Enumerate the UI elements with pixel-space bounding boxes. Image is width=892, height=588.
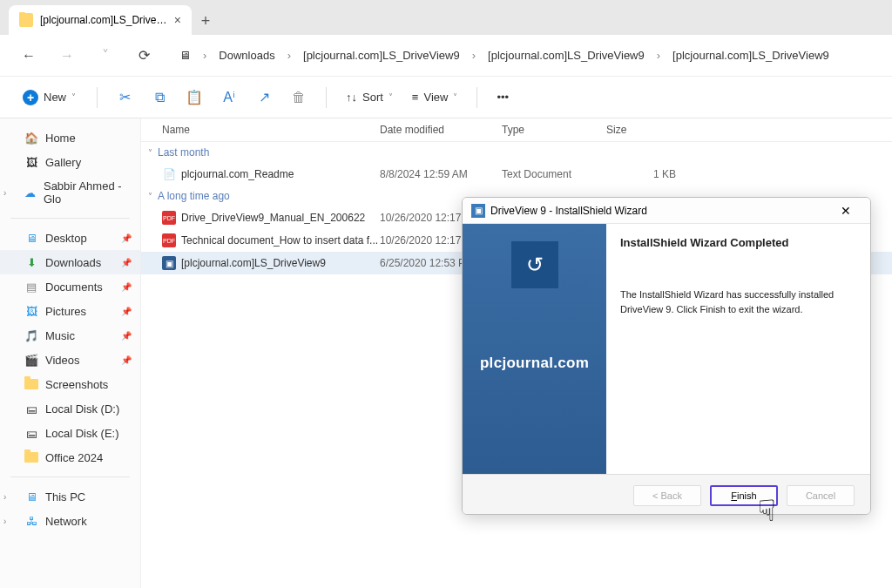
sidebar-pictures[interactable]: 🖼Pictures📌 — [0, 299, 140, 323]
more-button[interactable]: ••• — [490, 87, 516, 107]
documents-icon: ▤ — [24, 280, 38, 294]
col-date[interactable]: Date modified — [380, 124, 502, 136]
file-row[interactable]: 📄plcjournal.com_Readme 8/8/2024 12:59 AM… — [141, 163, 892, 186]
view-icon: ≡ — [412, 91, 419, 104]
back-button[interactable]: < Back — [633, 485, 701, 506]
text-file-icon: 📄 — [162, 167, 176, 181]
view-button[interactable]: ≡ View ˅ — [405, 87, 465, 107]
tab-bar: [plcjournal.com]LS_DriveView9 × + — [0, 0, 892, 35]
separator — [10, 218, 130, 219]
nav-bar: ← → ˅ ⟳ 🖥 › Downloads › [plcjournal.com]… — [0, 35, 892, 77]
forward-button[interactable]: → — [56, 44, 78, 67]
group-last-month[interactable]: ˅ Last month — [141, 142, 892, 163]
chevron-right-icon: › — [203, 49, 206, 62]
plus-icon: + — [23, 90, 38, 105]
col-type[interactable]: Type — [502, 124, 606, 136]
sidebar-label: Videos — [45, 354, 80, 367]
file-date: 8/8/2024 12:59 AM — [380, 168, 502, 180]
sidebar-videos[interactable]: 🎬Videos📌 — [0, 348, 140, 372]
pin-icon: 📌 — [121, 282, 132, 292]
dialog-heading: InstallShield Wizard Completed — [620, 236, 856, 249]
up-button[interactable]: ˅ — [94, 44, 117, 67]
app-icon: ▣ — [162, 256, 176, 270]
sidebar-label: Network — [45, 515, 87, 528]
sidebar-music[interactable]: 🎵Music📌 — [0, 323, 140, 348]
copy-icon[interactable]: ⧉ — [145, 83, 174, 112]
crumb-folder3[interactable]: [plcjournal.com]LS_DriveView9 — [672, 49, 829, 62]
sidebar-label: Documents — [45, 280, 103, 294]
dialog-content: InstallShield Wizard Completed The Insta… — [606, 224, 870, 474]
sidebar-downloads[interactable]: ⬇Downloads📌 — [0, 250, 140, 274]
explorer-tab[interactable]: [plcjournal.com]LS_DriveView9 × — [9, 5, 192, 35]
sidebar-label: Pictures — [45, 305, 86, 318]
separator — [476, 87, 477, 108]
sidebar-label: Desktop — [45, 232, 87, 245]
separator — [326, 87, 327, 108]
watermark-text: plcjournal.com — [480, 355, 589, 372]
dialog-body: ↺ plcjournal.com InstallShield Wizard Co… — [463, 224, 870, 474]
new-tab-button[interactable]: + — [192, 7, 220, 35]
file-type: Text Document — [502, 168, 606, 180]
chevron-down-icon: ˅ — [389, 92, 393, 102]
cancel-button[interactable]: Cancel — [787, 485, 855, 506]
close-icon[interactable]: ✕ — [830, 204, 862, 218]
crumb-folder1[interactable]: [plcjournal.com]LS_DriveView9 — [303, 49, 460, 62]
separator — [97, 87, 98, 108]
chevron-right-icon: › — [472, 49, 476, 62]
gallery-icon: 🖼 — [24, 155, 38, 169]
sidebar-screenshots[interactable]: Screenshots — [0, 372, 140, 396]
sort-button[interactable]: ↑↓ Sort ˅ — [339, 87, 400, 107]
sidebar-documents[interactable]: ▤Documents📌 — [0, 274, 140, 299]
dialog-titlebar[interactable]: ▣ DriveView 9 - InstallShield Wizard ✕ — [463, 198, 870, 224]
sidebar-office[interactable]: Office 2024 — [0, 445, 140, 470]
chevron-down-icon: ˅ — [148, 148, 152, 158]
paste-icon[interactable]: 📋 — [179, 83, 209, 112]
col-size[interactable]: Size — [606, 124, 676, 136]
close-tab-icon[interactable]: × — [174, 13, 181, 27]
file-name: [plcjournal.com]LS_DriveView9 — [181, 257, 326, 269]
sidebar-local-e[interactable]: 🖴Local Disk (E:) — [0, 421, 140, 445]
group-label: Last month — [158, 146, 209, 159]
folder-icon — [24, 377, 38, 391]
home-icon: 🏠 — [24, 131, 38, 145]
pin-icon: 📌 — [121, 233, 132, 243]
sidebar-label: Screenshots — [45, 378, 108, 391]
sidebar: 🏠 Home 🖼 Gallery › ☁ Sabbir Ahmed - Glo … — [0, 118, 141, 588]
desktop-icon: 🖥 — [24, 231, 38, 245]
cut-icon[interactable]: ✂ — [110, 83, 139, 112]
rename-icon[interactable]: Aⁱ — [214, 83, 244, 112]
sidebar-thispc[interactable]: ›🖥This PC — [0, 484, 140, 509]
crumb-downloads[interactable]: Downloads — [219, 49, 274, 62]
sidebar-label: Gallery — [45, 156, 81, 169]
back-button[interactable]: ← — [17, 44, 40, 67]
sidebar-label: Local Disk (D:) — [45, 402, 119, 416]
new-button[interactable]: + New ˅ — [14, 86, 84, 109]
pc-icon: 🖥 — [24, 490, 38, 504]
sidebar-network[interactable]: ›🖧Network — [0, 509, 140, 533]
crumb-folder2[interactable]: [plcjournal.com]LS_DriveView9 — [488, 49, 645, 62]
sidebar-desktop[interactable]: 🖥Desktop📌 — [0, 226, 140, 250]
sidebar-gallery[interactable]: 🖼 Gallery — [0, 150, 140, 174]
network-icon: 🖧 — [24, 514, 38, 528]
pin-icon: 📌 — [121, 258, 132, 267]
share-icon[interactable]: ↗ — [249, 83, 279, 112]
sidebar-home[interactable]: 🏠 Home — [0, 125, 140, 150]
folder-icon — [24, 450, 38, 464]
group-label: A long time ago — [158, 190, 230, 202]
delete-icon[interactable]: 🗑 — [284, 83, 314, 112]
col-name[interactable]: Name — [162, 124, 380, 136]
file-name: plcjournal.com_Readme — [181, 168, 294, 180]
drive-icon: 🖴 — [24, 402, 38, 416]
finish-button[interactable]: Finish — [710, 485, 778, 506]
folder-icon — [19, 13, 33, 27]
product-logo: ↺ — [511, 241, 558, 288]
cloud-icon: ☁ — [24, 186, 37, 199]
sidebar-onedrive[interactable]: › ☁ Sabbir Ahmed - Glo — [0, 174, 140, 211]
sidebar-local-d[interactable]: 🖴Local Disk (D:) — [0, 396, 140, 421]
separator — [10, 476, 130, 477]
pictures-icon: 🖼 — [24, 304, 38, 318]
sidebar-label: This PC — [45, 490, 85, 504]
breadcrumb[interactable]: 🖥 › Downloads › [plcjournal.com]LS_Drive… — [179, 49, 829, 62]
column-headers[interactable]: Name Date modified Type Size — [141, 118, 892, 142]
refresh-button[interactable]: ⟳ — [132, 44, 155, 67]
